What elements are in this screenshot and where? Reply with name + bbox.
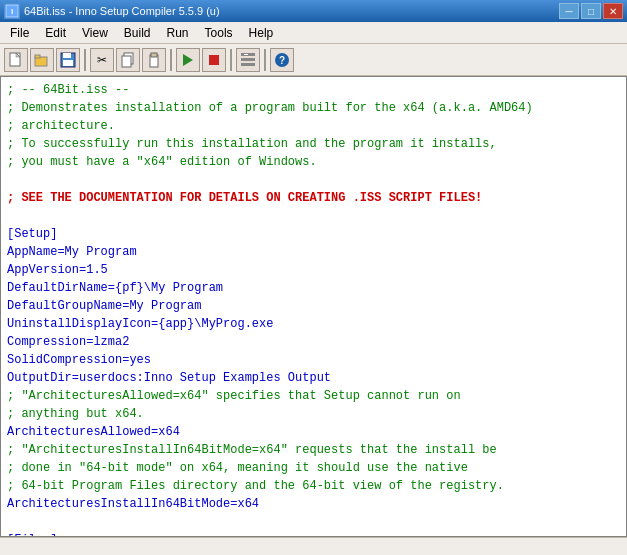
line-7: ; SEE THE DOCUMENTATION FOR DETAILS ON C… xyxy=(7,189,620,207)
line-2: ; Demonstrates installation of a program… xyxy=(7,99,620,117)
menu-file[interactable]: File xyxy=(2,22,37,43)
menu-edit[interactable]: Edit xyxy=(37,22,74,43)
svg-rect-10 xyxy=(122,56,131,67)
close-button[interactable]: ✕ xyxy=(603,3,623,19)
line-8 xyxy=(7,207,620,225)
line-24: ArchitecturesInstallIn64BitMode=x64 xyxy=(7,495,620,513)
menu-bar: File Edit View Build Run Tools Help xyxy=(0,22,627,44)
svg-marker-13 xyxy=(183,54,193,66)
line-16: SolidCompression=yes xyxy=(7,351,620,369)
run-button[interactable] xyxy=(176,48,200,72)
save-button[interactable] xyxy=(56,48,80,72)
minimize-button[interactable]: ─ xyxy=(559,3,579,19)
separator-2 xyxy=(170,49,172,71)
line-25 xyxy=(7,513,620,531)
line-13: DefaultGroupName=My Program xyxy=(7,297,620,315)
svg-rect-17 xyxy=(241,63,255,66)
open-button[interactable] xyxy=(30,48,54,72)
line-3: ; architecture. xyxy=(7,117,620,135)
menu-tools[interactable]: Tools xyxy=(197,22,241,43)
line-1: ; -- 64Bit.iss -- xyxy=(7,81,620,99)
line-20: ArchitecturesAllowed=x64 xyxy=(7,423,620,441)
line-19: ; anything but x64. xyxy=(7,405,620,423)
line-15: Compression=lzma2 xyxy=(7,333,620,351)
menu-help[interactable]: Help xyxy=(241,22,282,43)
line-10: AppName=My Program xyxy=(7,243,620,261)
line-11: AppVersion=1.5 xyxy=(7,261,620,279)
line-17: OutputDir=userdocs:Inno Setup Examples O… xyxy=(7,369,620,387)
svg-rect-12 xyxy=(151,53,157,57)
svg-rect-18 xyxy=(244,54,248,55)
new-button[interactable] xyxy=(4,48,28,72)
line-5: ; you must have a "x64" edition of Windo… xyxy=(7,153,620,171)
svg-rect-16 xyxy=(241,58,255,61)
menu-build[interactable]: Build xyxy=(116,22,159,43)
stop-button[interactable] xyxy=(202,48,226,72)
line-22: ; done in "64-bit mode" on x64, meaning … xyxy=(7,459,620,477)
status-bar xyxy=(0,537,627,555)
cut-button[interactable]: ✂ xyxy=(90,48,114,72)
line-14: UninstallDisplayIcon={app}\MyProg.exe xyxy=(7,315,620,333)
separator-3 xyxy=(230,49,232,71)
line-6 xyxy=(7,171,620,189)
paste-button[interactable] xyxy=(142,48,166,72)
separator-1 xyxy=(84,49,86,71)
svg-rect-14 xyxy=(209,55,219,65)
menu-run[interactable]: Run xyxy=(159,22,197,43)
separator-4 xyxy=(264,49,266,71)
line-9: [Setup] xyxy=(7,225,620,243)
settings-button[interactable] xyxy=(236,48,260,72)
svg-rect-5 xyxy=(35,55,40,58)
window-controls: ─ □ ✕ xyxy=(559,3,623,19)
window-title: 64Bit.iss - Inno Setup Compiler 5.5.9 (u… xyxy=(24,5,220,17)
line-21: ; "ArchitecturesInstallIn64BitMode=x64" … xyxy=(7,441,620,459)
menu-view[interactable]: View xyxy=(74,22,116,43)
toolbar: ✂ xyxy=(0,44,627,76)
line-12: DefaultDirName={pf}\My Program xyxy=(7,279,620,297)
editor[interactable]: ; -- 64Bit.iss -- ; Demonstrates install… xyxy=(0,76,627,537)
line-4: ; To successfully run this installation … xyxy=(7,135,620,153)
title-bar: I 64Bit.iss - Inno Setup Compiler 5.5.9 … xyxy=(0,0,627,22)
svg-rect-8 xyxy=(63,60,73,66)
svg-text:I: I xyxy=(11,7,13,16)
help-button[interactable]: ? xyxy=(270,48,294,72)
line-23: ; 64-bit Program Files directory and the… xyxy=(7,477,620,495)
app-icon: I xyxy=(4,3,20,19)
line-18: ; "ArchitecturesAllowed=x64" specifies t… xyxy=(7,387,620,405)
svg-rect-7 xyxy=(63,53,71,58)
maximize-button[interactable]: □ xyxy=(581,3,601,19)
svg-text:?: ? xyxy=(279,55,285,66)
copy-button[interactable] xyxy=(116,48,140,72)
